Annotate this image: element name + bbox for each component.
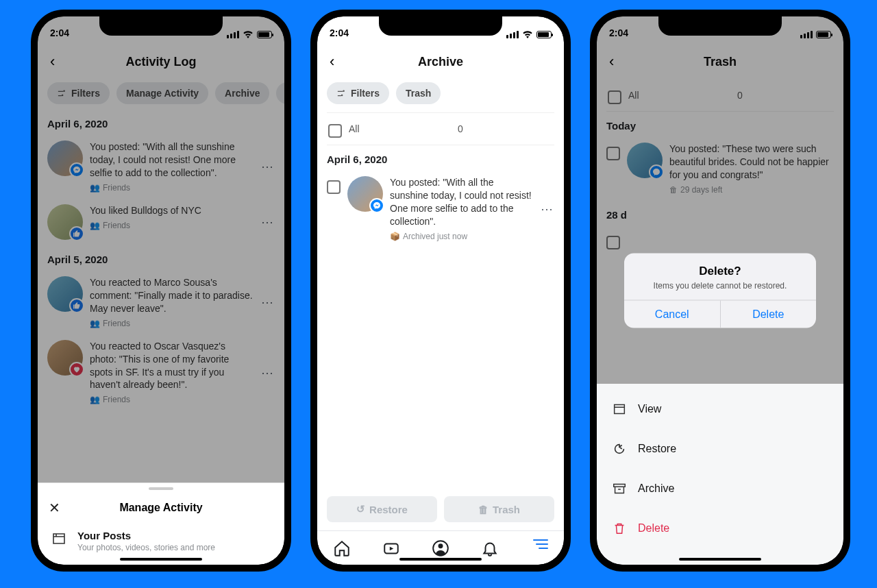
item-meta: 👥Friends <box>90 182 253 193</box>
delete-alert: Delete? Items you delete cannot be resto… <box>624 254 816 328</box>
home-indicator[interactable] <box>399 558 482 561</box>
nav-bar: ‹ Archive <box>317 47 564 77</box>
chip-filters[interactable]: Filters <box>47 82 110 104</box>
avatar <box>627 143 663 178</box>
list-item[interactable]: You reacted to Marco Sousa's comment: "F… <box>47 271 275 334</box>
back-button[interactable]: ‹ <box>45 50 60 73</box>
item-meta: 👥Friends <box>90 220 253 231</box>
checkbox[interactable] <box>327 180 341 194</box>
posts-icon <box>50 530 68 548</box>
screen-activity-log: 2:04 ‹ Activity Log Filters Manage Activ… <box>38 16 284 565</box>
checkbox[interactable] <box>608 90 621 104</box>
messenger-icon <box>69 162 84 177</box>
notch <box>99 16 223 36</box>
date-heading: Today <box>606 120 834 132</box>
nav-bar: ‹ Trash <box>597 47 843 77</box>
battery-icon <box>816 31 831 38</box>
select-all-label: All <box>349 123 360 134</box>
avatar <box>47 204 83 240</box>
restore-icon: ↺ <box>356 503 365 515</box>
chip-archive[interactable]: Archive <box>215 82 269 104</box>
tab-watch-icon[interactable] <box>382 539 400 557</box>
select-all-row[interactable]: All 0 <box>327 112 554 145</box>
more-button[interactable]: ⋯ <box>260 215 275 230</box>
back-button[interactable]: ‹ <box>324 50 340 73</box>
archive-icon <box>612 481 627 496</box>
tab-notifications-icon[interactable] <box>481 539 499 557</box>
page-title: Trash <box>597 55 843 69</box>
friends-icon: 👥 <box>90 182 100 193</box>
wifi-icon <box>522 30 533 38</box>
select-all-row[interactable]: All 0 <box>606 79 834 112</box>
more-button[interactable]: ⋯ <box>260 295 275 310</box>
item-text: You reacted to Marco Sousa's comment: "F… <box>90 276 253 329</box>
drag-handle[interactable] <box>149 487 173 490</box>
list-item[interactable]: You reacted to Oscar Vasquez's photo: "T… <box>47 334 275 411</box>
notch <box>379 16 502 36</box>
notch <box>658 16 782 36</box>
action-archive[interactable]: Archive <box>597 469 843 509</box>
alert-delete-button[interactable]: Delete <box>720 301 817 328</box>
tab-menu-icon[interactable] <box>530 539 548 557</box>
signal-icon <box>800 31 813 38</box>
status-icons <box>506 30 552 38</box>
nav-bar: ‹ Activity Log <box>38 47 284 77</box>
restore-icon <box>612 441 627 456</box>
sheet-row-your-posts[interactable]: Your Posts Your photos, videos, stories … <box>38 523 284 552</box>
trash-button[interactable]: 🗑Trash <box>444 496 554 522</box>
wifi-icon <box>243 30 254 38</box>
sliders-icon <box>57 88 67 99</box>
home-indicator[interactable] <box>679 558 761 561</box>
more-button[interactable]: ⋯ <box>260 159 275 174</box>
chip-trash[interactable]: Trash <box>396 82 441 104</box>
chip-manage-activity[interactable]: Manage Activity <box>116 82 208 104</box>
battery-icon <box>257 31 272 38</box>
list-item[interactable]: You posted: "With all the sunshine today… <box>327 171 554 247</box>
action-restore[interactable]: Restore <box>597 429 843 469</box>
trash-icon <box>612 521 627 536</box>
archive-icon: 📦 <box>390 231 400 242</box>
more-button[interactable]: ⋯ <box>260 365 275 380</box>
trash-icon: 🗑 <box>478 504 489 515</box>
checkbox[interactable] <box>606 147 620 160</box>
item-meta: 👥Friends <box>90 318 253 329</box>
home-indicator[interactable] <box>120 558 202 561</box>
restore-button[interactable]: ↺Restore <box>327 496 437 522</box>
list-item[interactable]: You posted: "These two were such beautif… <box>606 137 834 201</box>
checkbox[interactable] <box>606 236 620 249</box>
list-item[interactable]: You liked Bulldogs of NYC👥Friends ⋯ <box>47 199 275 245</box>
selected-count: 0 <box>737 90 743 101</box>
list-item[interactable] <box>606 226 834 255</box>
messenger-icon <box>369 198 384 213</box>
chip-trash-partial[interactable]: T <box>276 82 284 104</box>
alert-cancel-button[interactable]: Cancel <box>624 301 720 328</box>
manage-activity-sheet: ✕ Manage Activity Your Posts Your photos… <box>38 482 284 565</box>
alert-buttons: Cancel Delete <box>624 300 816 328</box>
messenger-icon <box>649 164 664 180</box>
action-delete[interactable]: Delete <box>597 509 843 548</box>
filter-chips: Filters Manage Activity Archive T <box>38 77 284 110</box>
status-icons <box>800 31 831 38</box>
tab-home-icon[interactable] <box>333 539 351 557</box>
date-heading: 28 d <box>606 209 834 221</box>
close-icon[interactable]: ✕ <box>49 500 60 516</box>
more-button[interactable]: ⋯ <box>539 201 554 217</box>
back-button[interactable]: ‹ <box>604 50 619 73</box>
phone-archive: 2:04 ‹ Archive Filters Trash All 0 April… <box>310 10 571 572</box>
filter-chips: Filters Trash <box>317 77 564 110</box>
alert-message: Items you delete cannot be restored. <box>624 281 816 300</box>
date-heading: April 6, 2020 <box>47 118 275 130</box>
item-meta: 👥Friends <box>90 394 253 405</box>
view-icon <box>612 402 627 417</box>
chip-filters[interactable]: Filters <box>327 82 389 104</box>
phone-activity-log: 2:04 ‹ Activity Log Filters Manage Activ… <box>31 10 291 572</box>
status-time: 2:04 <box>609 27 628 38</box>
tab-profile-icon[interactable] <box>432 539 449 557</box>
list-item[interactable]: You posted: "With all the sunshine today… <box>47 135 275 199</box>
page-title: Archive <box>317 55 564 69</box>
item-meta: 📦Archived just now <box>390 231 532 242</box>
action-view[interactable]: View <box>597 389 843 429</box>
like-icon <box>69 226 84 241</box>
checkbox[interactable] <box>328 124 342 138</box>
item-text: You posted: "With all the sunshine today… <box>90 140 253 193</box>
